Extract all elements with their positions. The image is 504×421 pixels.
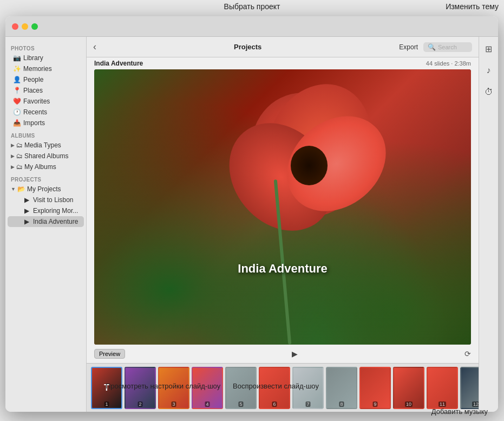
slide-number: 7 <box>305 401 310 407</box>
sidebar-item-label: Exploring Mor... <box>33 207 78 215</box>
sidebar-item-library[interactable]: 📷 Library <box>8 53 84 63</box>
slide-number: 2 <box>138 401 142 407</box>
slide-count: 44 slides · 2:38m <box>426 60 471 67</box>
filmstrip-slide-1[interactable]: T 1 <box>91 367 122 409</box>
sidebar-group-label: Shared Albums <box>24 152 68 160</box>
sidebar-group-my-projects[interactable]: ▼ 📂 My Projects <box>8 184 84 195</box>
filmstrip-slide-8[interactable]: 8 <box>326 367 357 409</box>
project-header-title: Projects <box>102 43 394 51</box>
filmstrip-slide-9[interactable]: 9 <box>359 367 391 409</box>
project-header-bar: ‹ Projects Export 🔍 Search <box>87 37 479 57</box>
slideshow-icon: ▶ <box>23 196 30 204</box>
sidebar-item-label: Memories <box>23 65 78 73</box>
poppy-flower <box>226 83 396 262</box>
filmstrip-slide-3[interactable]: 3 <box>158 367 189 409</box>
sidebar-group-label: My Albums <box>24 163 56 171</box>
sidebar-item-favorites[interactable]: ❤️ Favorites <box>8 96 84 107</box>
sidebar-group-shared-albums[interactable]: ▶ 🗂 Shared Albums <box>8 151 84 161</box>
slide-number: 1 <box>104 401 109 407</box>
sidebar-item-india-adventure[interactable]: ▶ India Adventure <box>8 216 84 227</box>
search-icon: 🔍 <box>428 43 436 51</box>
library-icon: 📷 <box>13 54 21 62</box>
filmstrip-slide-7[interactable]: 7 <box>292 367 324 409</box>
chevron-right-icon: ▶ <box>11 153 15 159</box>
slide-number: 8 <box>339 401 344 407</box>
slide-info-bar: India Adventure 44 slides · 2:38m <box>87 57 479 69</box>
filmstrip-slide-10[interactable]: 10 <box>393 367 424 409</box>
slide-number: 10 <box>405 401 413 407</box>
slide-number: 4 <box>205 401 210 407</box>
sidebar-item-label: Recents <box>23 108 78 116</box>
maximize-button[interactable] <box>31 23 38 30</box>
filmstrip-slide-2[interactable]: 2 <box>125 367 156 409</box>
export-button[interactable]: Export <box>399 43 418 51</box>
loop-button[interactable]: ⟳ <box>464 349 471 358</box>
sidebar-item-recents[interactable]: 🕐 Recents <box>8 107 84 118</box>
slide-number: 5 <box>238 401 243 407</box>
slide-title-indicator: T <box>104 383 109 393</box>
sidebar-group-label: My Projects <box>27 185 61 193</box>
layout-button[interactable]: ⊞ <box>481 41 496 56</box>
sidebar-item-visit-lisbon[interactable]: ▶ Visit to Lisbon <box>8 195 84 205</box>
clock-button[interactable]: ⏱ <box>481 85 496 100</box>
sidebar-item-imports[interactable]: 📥 Imports <box>8 118 84 128</box>
chevron-right-icon: ▶ <box>11 143 15 148</box>
sidebar-group-label: Media Types <box>24 141 61 149</box>
folder-open-icon: 📂 <box>17 185 25 193</box>
play-button[interactable]: ▶ <box>289 348 301 360</box>
places-icon: 📍 <box>13 87 21 94</box>
filmstrip-slide-12[interactable]: 12 <box>460 367 479 409</box>
sidebar-section-albums: Albums <box>5 128 86 140</box>
shared-icon: 🗂 <box>16 152 23 160</box>
music-button[interactable]: ♪ <box>481 63 496 78</box>
sidebar-item-places[interactable]: 📍 Places <box>8 85 84 96</box>
slide-number: 9 <box>372 401 377 407</box>
filmstrip-slide-11[interactable]: 11 <box>427 367 458 409</box>
filmstrip-slide-5[interactable]: 5 <box>225 367 257 409</box>
content-area: Photos 📷 Library ✨ Memories 👤 People 📍 P… <box>5 37 498 412</box>
minimize-button[interactable] <box>22 23 28 30</box>
sidebar-item-label: India Adventure <box>33 218 78 225</box>
slide-background: India Adventure <box>94 69 471 345</box>
imports-icon: 📥 <box>13 119 21 127</box>
slide-number: 12 <box>472 401 479 407</box>
sidebar-item-exploring[interactable]: ▶ Exploring Mor... <box>8 205 84 216</box>
project-content: India Adventure 44 slides · 2:38m <box>87 57 479 412</box>
right-panel: ⊞ ♪ ⏱ <box>479 37 498 412</box>
preview-tab-button[interactable]: Preview <box>94 349 125 359</box>
filmstrip: T 1 2 3 4 5 6 <box>87 363 479 412</box>
slide-main-title: India Adventure <box>238 262 327 276</box>
sidebar-item-memories[interactable]: ✨ Memories <box>8 63 84 74</box>
chevron-down-icon: ▼ <box>11 186 16 192</box>
slideshow-icon: ▶ <box>23 207 30 215</box>
sidebar-item-people[interactable]: 👤 People <box>8 74 84 85</box>
slide-number: 6 <box>272 401 277 407</box>
close-button[interactable] <box>12 23 18 30</box>
favorites-icon: ❤️ <box>13 98 21 105</box>
sidebar-item-label: Places <box>23 87 78 94</box>
titlebar <box>5 16 498 37</box>
sidebar-item-label: Visit to Lisbon <box>33 196 78 204</box>
annotation-top-center: Выбрать проект <box>224 2 280 11</box>
slide-preview: India Adventure <box>94 69 471 345</box>
traffic-lights <box>12 23 38 30</box>
sidebar-item-label: Imports <box>23 119 78 127</box>
search-box: 🔍 Search <box>423 42 472 52</box>
filmstrip-slide-4[interactable]: 4 <box>192 367 223 409</box>
recents-icon: 🕐 <box>13 108 21 116</box>
sidebar-group-media-types[interactable]: ▶ 🗂 Media Types <box>8 140 84 151</box>
people-icon: 👤 <box>13 76 21 83</box>
sidebar-item-label: Library <box>23 54 78 62</box>
filmstrip-slide-6[interactable]: 6 <box>259 367 290 409</box>
sidebar-group-my-albums[interactable]: ▶ 🗂 My Albums <box>8 161 84 172</box>
search-placeholder: Search <box>438 44 457 50</box>
sidebar-section-projects: Projects <box>5 172 86 184</box>
folder-icon: 🗂 <box>16 163 23 171</box>
main-window: Photos 📷 Library ✨ Memories 👤 People 📍 P… <box>5 16 498 412</box>
back-button[interactable]: ‹ <box>93 41 96 53</box>
annotation-top-right: Изменить тему <box>446 2 499 11</box>
sidebar-item-label: People <box>23 76 78 83</box>
sidebar: Photos 📷 Library ✨ Memories 👤 People 📍 P… <box>5 37 87 412</box>
sidebar-item-label: Favorites <box>23 98 78 105</box>
folder-icon: 🗂 <box>16 141 23 149</box>
